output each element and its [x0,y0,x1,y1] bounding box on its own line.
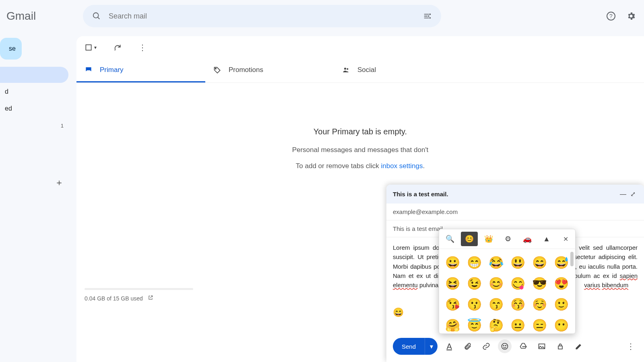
tab-primary[interactable]: Primary [76,59,205,82]
emoji-cell[interactable]: 😶 [552,316,570,333]
emoji-cell[interactable]: 😊 [487,274,505,292]
svg-rect-15 [558,346,562,349]
tab-label: Social [357,66,376,74]
emoji-cell[interactable]: 😁 [465,253,483,272]
popout-icon[interactable]: ⤢ [628,190,638,198]
emoji-cat-travel[interactable]: 🚗 [519,232,536,246]
compose-more-icon[interactable]: ⋮ [624,339,638,353]
attach-icon[interactable] [461,339,475,353]
emoji-cell[interactable]: 😎 [530,274,549,292]
empty-title: Your Primary tab is empty. [85,127,636,136]
people-icon [342,66,350,74]
search-input[interactable] [109,12,415,21]
confidential-icon[interactable] [553,339,567,353]
inbox-settings-link[interactable]: inbox settings [381,162,423,170]
emoji-cell[interactable]: 🙂 [552,295,570,313]
emoji-cell[interactable]: ☺️ [530,295,549,313]
emoji-cell[interactable]: 😃 [508,253,527,272]
sidebar-item-inbox[interactable] [0,67,68,83]
search-box[interactable] [83,5,441,27]
formatting-icon[interactable]: A [442,339,456,353]
svg-point-9 [344,68,346,70]
svg-point-4 [429,17,431,19]
svg-point-3 [428,15,429,17]
select-checkbox[interactable]: ▾ [85,43,97,51]
image-icon[interactable] [535,339,549,353]
compose-title: This is a test email. [393,191,618,197]
logo[interactable]: Gmail [6,10,75,23]
emoji-cell[interactable]: 😂 [487,253,505,272]
sidebar-item-more[interactable] [0,134,68,150]
emoji-cell[interactable]: 😙 [487,295,505,313]
empty-line2: To add or remove tabs click inbox settin… [85,162,636,170]
emoji-cat-search[interactable]: 🔍 [442,232,458,246]
mail-toolbar: ▾ ⋮ [76,36,644,59]
svg-line-1 [98,17,100,19]
svg-point-11 [502,343,508,350]
svg-rect-7 [86,45,91,50]
emoji-cell[interactable]: 😚 [508,295,527,313]
tab-promotions[interactable]: Promotions [205,59,334,82]
emoji-cell[interactable]: 😘 [443,295,462,313]
search-options-icon[interactable] [421,10,434,23]
emoji-cell[interactable]: 😅 [552,253,570,272]
emoji-cat-crown[interactable]: 👑 [480,232,497,246]
emoji-cell[interactable]: 😄 [530,253,549,272]
emoji-scrollbar[interactable] [570,252,574,266]
emoji-cat-symbols[interactable]: ▲ [538,232,555,246]
chevron-down-icon: ▾ [94,45,97,50]
help-icon[interactable]: ? [605,10,617,23]
emoji-cell[interactable]: 😀 [443,253,462,272]
emoji-cell[interactable]: 😑 [530,316,549,333]
open-external-icon[interactable] [148,295,153,302]
to-field[interactable]: example@example.com [386,204,644,220]
svg-point-0 [93,13,99,18]
emoji-cell[interactable]: 😉 [465,274,483,292]
tab-social[interactable]: Social [334,59,463,82]
minimize-icon[interactable]: — [618,191,628,198]
emoji-cell[interactable]: 😗 [465,295,483,313]
tab-label: Primary [100,66,124,74]
sidebar-item-snoozed[interactable]: ed [0,101,68,117]
mail-main: ▾ ⋮ Primary Promotions Social Your Prima… [76,36,644,362]
emoji-cell[interactable]: 😇 [465,316,483,333]
sidebar-item-newlabel[interactable]: ＋ [0,175,68,191]
sidebar-item-label: d [5,88,64,95]
emoji-icon[interactable] [498,339,512,353]
emoji-cat-faces[interactable]: 😊 [461,232,478,246]
svg-point-8 [215,68,217,69]
emoji-cat-objects[interactable]: ⚙ [500,232,516,246]
signature-icon[interactable] [572,339,586,353]
sidebar-item-drafts[interactable]: 1 [0,117,68,134]
link-icon[interactable] [479,339,493,353]
inbox-icon [85,66,93,74]
compose-button[interactable]: se [0,38,22,60]
emoji-cell[interactable]: 😍 [552,274,570,292]
send-options-button[interactable]: ▾ [425,338,438,355]
sidebar: se d ed 1 ＋ [0,32,68,362]
plus-icon: ＋ [55,177,64,189]
svg-point-2 [429,14,431,15]
compose-titlebar[interactable]: This is a test email. — ⤢ [386,185,644,204]
emoji-cell[interactable]: 😆 [443,274,462,292]
settings-icon[interactable] [625,10,638,23]
refresh-button[interactable] [114,43,122,51]
sidebar-item-label: ed [5,105,64,112]
more-button[interactable]: ⋮ [138,43,147,52]
emoji-category-tabs: 🔍 😊 👑 ⚙ 🚗 ▲ ✕ [439,229,575,249]
emoji-cell[interactable]: 🤗 [443,316,462,333]
svg-text:?: ? [609,13,613,19]
emoji-cell[interactable]: 🤔 [487,316,505,333]
app-name: Gmail [6,10,36,23]
emoji-cell[interactable]: 😐 [508,316,527,333]
emoji-picker: 🔍 😊 👑 ⚙ 🚗 ▲ ✕ 😀😁😂😃😄😅😆😉😊😋😎😍😘😗😙😚☺️🙂🤗😇🤔😐😑😶 [439,229,576,334]
send-button[interactable]: Send [393,338,425,355]
drive-icon[interactable] [516,339,530,353]
sidebar-item-starred[interactable]: d [0,84,68,100]
search-icon [90,10,103,23]
empty-state: Your Primary tab is empty. Personal mess… [76,83,644,170]
send-button-group: Send ▾ [393,338,438,355]
emoji-close-icon[interactable]: ✕ [558,235,573,243]
tab-label: Promotions [229,66,263,74]
emoji-cell[interactable]: 😋 [508,274,527,292]
